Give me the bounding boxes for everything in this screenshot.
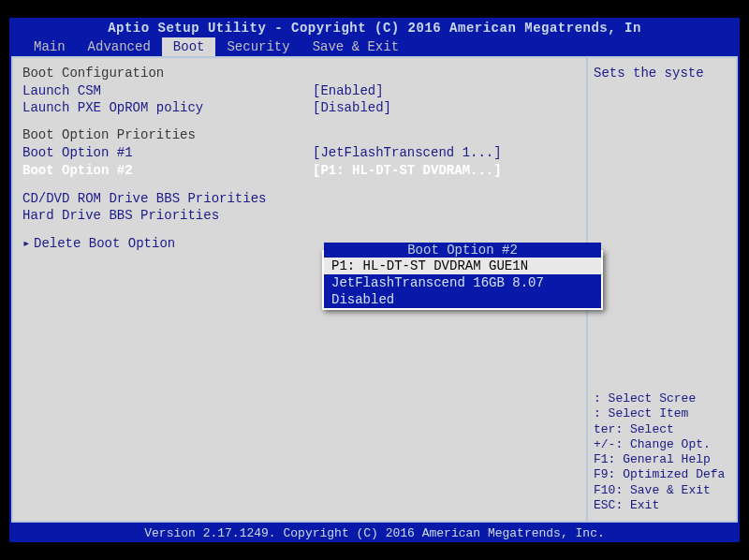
boot-option-2-label: Boot Option #2 (22, 162, 313, 179)
tab-boot[interactable]: Boot (162, 37, 216, 56)
boot-option-1-value: [JetFlashTranscend 1...] (313, 144, 577, 161)
launch-pxe-row[interactable]: Launch PXE OpROM policy [Disabled] (22, 99, 577, 116)
title-bar: Aptio Setup Utility - Copyright (C) 2016… (9, 18, 740, 37)
key-hint: +/-: Change Opt. (594, 437, 730, 452)
launch-csm-value: [Enabled] (313, 82, 577, 99)
popup-title: Boot Option #2 (324, 243, 601, 258)
tab-advanced[interactable]: Advanced (77, 37, 162, 56)
key-hint: : Select Scree (594, 391, 730, 406)
side-panel: Sets the syste : Select Scree : Select I… (588, 58, 736, 521)
boot-priorities-header: Boot Option Priorities (22, 127, 577, 142)
launch-pxe-label: Launch PXE OpROM policy (22, 99, 313, 116)
tab-main[interactable]: Main (22, 37, 77, 56)
help-text: Sets the syste (594, 66, 730, 391)
key-hint: F9: Optimized Defa (594, 467, 730, 482)
boot-option-1-label: Boot Option #1 (22, 144, 313, 161)
popup-item-0[interactable]: P1: HL-DT-ST DVDRAM GUE1N (324, 258, 601, 274)
launch-csm-label: Launch CSM (22, 82, 313, 99)
footer: Version 2.17.1249. Copyright (C) 2016 Am… (9, 523, 740, 542)
content-area: Boot Configuration Launch CSM [Enabled] … (11, 56, 738, 523)
launch-pxe-value: [Disabled] (313, 99, 577, 116)
hdd-priorities[interactable]: Hard Drive BBS Priorities (22, 207, 577, 224)
boot-option-2-row[interactable]: Boot Option #2 [P1: HL-DT-ST DVDRAM...] (22, 162, 577, 179)
key-hints: : Select Scree : Select Item ter: Select… (594, 391, 730, 513)
key-hint: ter: Select (594, 422, 730, 437)
triangle-icon: ▸ (22, 235, 34, 252)
key-hint: : Select Item (594, 406, 730, 421)
popup-item-2[interactable]: Disabled (324, 291, 601, 308)
key-hint: ESC: Exit (594, 498, 730, 513)
launch-csm-row[interactable]: Launch CSM [Enabled] (22, 82, 577, 99)
boot-option-1-row[interactable]: Boot Option #1 [JetFlashTranscend 1...] (22, 144, 577, 161)
tab-security[interactable]: Security (215, 37, 301, 56)
key-hint: F1: General Help (594, 452, 730, 467)
cddvd-priorities[interactable]: CD/DVD ROM Drive BBS Priorities (22, 190, 577, 207)
key-hint: F10: Save & Exit (594, 483, 730, 498)
bios-screen: Aptio Setup Utility - Copyright (C) 2016… (9, 18, 740, 542)
boot-config-header: Boot Configuration (22, 66, 577, 81)
boot-option-2-value: [P1: HL-DT-ST DVDRAM...] (313, 162, 577, 179)
tab-save-exit[interactable]: Save & Exit (301, 37, 410, 56)
tab-bar: Main Advanced Boot Security Save & Exit (9, 37, 740, 56)
popup-item-1[interactable]: JetFlashTranscend 16GB 8.07 (324, 274, 601, 291)
boot-option-popup: Boot Option #2 P1: HL-DT-ST DVDRAM GUE1N… (322, 250, 603, 310)
